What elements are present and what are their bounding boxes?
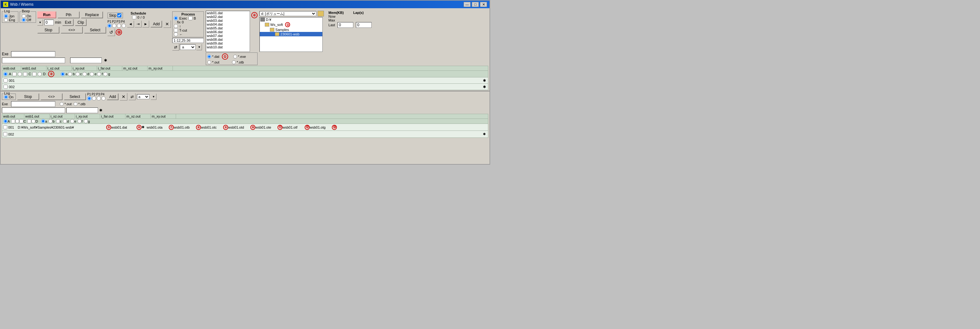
p2-bot-radio[interactable]: [92, 96, 96, 100]
a2-radio-bot[interactable]: [41, 119, 45, 123]
file-item-10[interactable]: wsb10.dat: [206, 45, 250, 49]
d-radio-bot[interactable]: [31, 119, 35, 123]
swap-button[interactable]: ⇄: [172, 44, 179, 51]
run-button[interactable]: Run: [37, 11, 56, 18]
exec-radio[interactable]: [174, 16, 178, 20]
otb-radio-bot[interactable]: *.otb: [74, 102, 86, 106]
exit-button[interactable]: Exit: [62, 19, 74, 26]
refresh-button[interactable]: ↺: [107, 29, 115, 36]
select-button-top[interactable]: Select: [84, 27, 106, 33]
d-radio-top[interactable]: [38, 72, 42, 76]
p4-radio[interactable]: [122, 24, 126, 28]
exe-radio[interactable]: [233, 55, 237, 59]
file-item-06[interactable]: wsb06.dat: [206, 30, 250, 34]
add-button[interactable]: Add: [150, 21, 162, 27]
close-x-button[interactable]: ✕: [163, 20, 171, 28]
c2-radio-top[interactable]: [76, 72, 80, 76]
dat-radio-item[interactable]: *.dat: [207, 53, 220, 60]
row001-cb-bot[interactable]: [3, 125, 7, 129]
file-item-05[interactable]: wsb05.dat: [206, 26, 250, 30]
on-radio-item[interactable]: On: [22, 14, 34, 18]
d2-radio-bot[interactable]: [63, 119, 67, 123]
exe-radio-item[interactable]: *.exe: [233, 53, 246, 60]
c-radio-bot[interactable]: [15, 119, 19, 123]
b-checkbox[interactable]: [188, 16, 192, 20]
tcut-checkbox[interactable]: [174, 28, 178, 32]
jpn-radio-item[interactable]: Jpn: [4, 14, 16, 18]
stop-button-bot[interactable]: Stop: [17, 93, 39, 100]
g2-radio-bot[interactable]: [84, 119, 88, 123]
c-cb-top[interactable]: [23, 72, 27, 76]
a2-radio-top[interactable]: [60, 72, 65, 76]
f2-radio-bot[interactable]: [78, 119, 81, 123]
arrow-button-bot[interactable]: <=>: [40, 93, 62, 100]
a-dd-bot[interactable]: ▼: [151, 94, 156, 100]
exe-input-bot[interactable]: Wsb.exe: [11, 101, 55, 107]
p1-bot-radio[interactable]: [87, 96, 91, 100]
wsb-input-top[interactable]: wsb.dat: [70, 57, 102, 63]
arrow-button-top[interactable]: <=>: [60, 27, 83, 33]
file-item-07[interactable]: wsb07.dat: [206, 34, 250, 38]
schedule-cb1[interactable]: [132, 15, 136, 19]
file-item-03[interactable]: wsb03.dat: [206, 19, 250, 22]
row002-cb-top[interactable]: [3, 85, 8, 89]
clip-button[interactable]: Clip: [75, 19, 87, 26]
d-cb-top[interactable]: [32, 72, 37, 76]
b2-radio-top[interactable]: [68, 72, 72, 76]
p4-bot-radio[interactable]: [102, 96, 105, 100]
out-radio-bot[interactable]: *.out: [60, 102, 72, 106]
tree-item-samples[interactable]: Samples: [260, 27, 322, 32]
off-radio-item[interactable]: Off: [22, 18, 34, 22]
wsb-input-bot[interactable]: wsb.dat: [66, 108, 98, 113]
swap-button-bot[interactable]: ⇄: [129, 93, 135, 100]
maximize-button[interactable]: □: [472, 2, 479, 7]
folder-icon[interactable]: [318, 11, 324, 16]
last-input2[interactable]: [356, 22, 372, 28]
g2-radio-top[interactable]: [103, 72, 107, 76]
tree-item-230601[interactable]: 230601-wsb: [260, 32, 322, 37]
replace-button[interactable]: Replace: [81, 11, 103, 18]
on-bot-radio[interactable]: [4, 95, 8, 99]
otb-radio[interactable]: [232, 60, 236, 64]
a-radio-top[interactable]: [3, 72, 8, 76]
b2-radio-bot[interactable]: [48, 119, 52, 123]
d-cb-bot[interactable]: [27, 119, 31, 123]
e2-radio-bot[interactable]: [70, 119, 74, 123]
c-cb-bot[interactable]: [19, 119, 23, 123]
b-cb-bot[interactable]: [11, 119, 15, 123]
on-radio[interactable]: [22, 14, 25, 18]
exe-input-top[interactable]: Wsb.exe: [11, 51, 55, 57]
close-button[interactable]: ✕: [480, 2, 487, 7]
skip-checkbox[interactable]: [117, 13, 121, 17]
file-item-09[interactable]: wsb09.dat: [206, 41, 250, 45]
a-select[interactable]: a: [180, 44, 196, 50]
row002-cb-bot[interactable]: [3, 132, 7, 136]
file-item-01[interactable]: wsb01.dat: [206, 11, 250, 15]
minimize-button[interactable]: —: [464, 2, 471, 7]
jpn-radio[interactable]: [4, 14, 8, 18]
eng-radio[interactable]: [4, 18, 8, 22]
pth-button[interactable]: Pth: [57, 11, 80, 18]
f2-radio-top[interactable]: [97, 72, 101, 76]
star-btn-top[interactable]: ✱: [103, 58, 108, 63]
next-button[interactable]: ►: [142, 21, 149, 27]
otb-radio-item[interactable]: *.otb: [232, 60, 244, 64]
d2-radio-top[interactable]: [83, 72, 87, 76]
row001-star-bot[interactable]: ✱: [142, 125, 146, 129]
on-bot-item[interactable]: On: [4, 95, 14, 99]
jump-button[interactable]: ⇥: [135, 21, 142, 27]
star-btn-bot[interactable]: ✱: [99, 108, 102, 113]
range-input[interactable]: [172, 38, 204, 43]
tree-item-ws-soft[interactable]: Ws_soft ②: [260, 22, 322, 27]
file-item-08[interactable]: wsb08.dat: [206, 38, 250, 41]
c-radio-top[interactable]: [18, 72, 22, 76]
dropdown-arrow[interactable]: ▼: [37, 19, 43, 25]
last-input1[interactable]: [337, 22, 353, 28]
p1-radio[interactable]: [107, 24, 111, 28]
a-select-bot[interactable]: a: [137, 94, 150, 99]
p3-bot-radio[interactable]: [97, 96, 101, 100]
off-radio[interactable]: [22, 18, 25, 22]
add-button-bot[interactable]: Add: [107, 93, 119, 100]
b-cb-top[interactable]: [12, 72, 16, 76]
out-radio-item[interactable]: *.out: [207, 60, 220, 64]
